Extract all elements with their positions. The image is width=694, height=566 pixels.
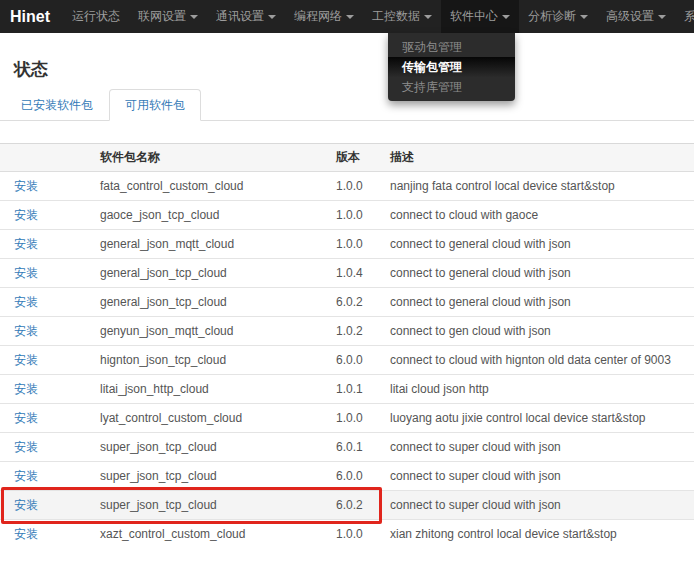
dropdown-item-driver-package-mgmt[interactable]: 驱动包管理 (388, 37, 515, 57)
package-version: 6.0.0 (322, 462, 376, 491)
column-header-name: 软件包名称 (86, 144, 322, 172)
table-row: 安装general_json_tcp_cloud6.0.2connect to … (0, 288, 694, 317)
nav-item-network-settings[interactable]: 联网设置 (129, 0, 207, 33)
package-description: connect to cloud with gaoce (376, 201, 694, 230)
nav-item-system-settings[interactable]: 系统设置 (675, 0, 694, 33)
package-version: 6.0.1 (322, 433, 376, 462)
caret-down-icon (346, 15, 354, 19)
install-link[interactable]: 安装 (14, 324, 38, 338)
nav-item-label: 系统设置 (684, 8, 694, 25)
install-cell: 安装 (0, 433, 86, 462)
package-version: 6.0.2 (322, 288, 376, 317)
nav-item-run-status[interactable]: 运行状态 (63, 0, 129, 33)
tab-bar: 已安装软件包 可用软件包 (0, 90, 694, 121)
package-version: 1.0.0 (322, 201, 376, 230)
package-name: litai_json_http_cloud (86, 375, 322, 404)
table-row: 安装litai_json_http_cloud1.0.1litai cloud … (0, 375, 694, 404)
tab-installed-packages[interactable]: 已安装软件包 (5, 89, 109, 121)
package-name: general_json_tcp_cloud (86, 288, 322, 317)
package-version: 1.0.0 (322, 230, 376, 259)
table-row: 安装gaoce_json_tcp_cloud1.0.0connect to cl… (0, 201, 694, 230)
table-row: 安装xazt_control_custom_cloud1.0.0xian zhi… (0, 520, 694, 549)
package-version: 6.0.0 (322, 346, 376, 375)
dropdown-item-support-library-mgmt[interactable]: 支持库管理 (388, 77, 515, 97)
package-name: lyat_control_custom_cloud (86, 404, 322, 433)
table-row: 安装fata_control_custom_cloud1.0.0nanjing … (0, 172, 694, 201)
install-cell: 安装 (0, 230, 86, 259)
nav-item-analysis-diagnosis[interactable]: 分析诊断 (519, 0, 597, 33)
install-link[interactable]: 安装 (14, 353, 38, 367)
navbar-menu: 运行状态联网设置通讯设置编程网络工控数据软件中心分析诊断高级设置系统设置退出 (63, 0, 694, 33)
table-row: 安装hignton_json_tcp_cloud6.0.0connect to … (0, 346, 694, 375)
install-cell: 安装 (0, 172, 86, 201)
install-cell: 安装 (0, 520, 86, 549)
package-name: genyun_json_mqtt_cloud (86, 317, 322, 346)
nav-item-industrial-data[interactable]: 工控数据 (363, 0, 441, 33)
table-row: 安装super_json_tcp_cloud6.0.2connect to su… (0, 491, 694, 520)
install-link[interactable]: 安装 (14, 266, 38, 280)
table-row: 安装lyat_control_custom_cloud1.0.0luoyang … (0, 404, 694, 433)
package-name: fata_control_custom_cloud (86, 172, 322, 201)
install-link[interactable]: 安装 (14, 179, 38, 193)
package-version: 1.0.4 (322, 259, 376, 288)
package-version: 1.0.0 (322, 520, 376, 549)
software-center-dropdown: 驱动包管理传输包管理支持库管理 (388, 33, 515, 101)
table-header-row: 软件包名称 版本 描述 (0, 144, 694, 172)
install-link[interactable]: 安装 (14, 382, 38, 396)
install-cell: 安装 (0, 259, 86, 288)
package-name: super_json_tcp_cloud (86, 433, 322, 462)
package-name: general_json_mqtt_cloud (86, 230, 322, 259)
nav-item-label: 高级设置 (606, 8, 654, 25)
package-description: connect to cloud with hignton old data c… (376, 346, 694, 375)
package-name: hignton_json_tcp_cloud (86, 346, 322, 375)
nav-item-programming-network[interactable]: 编程网络 (285, 0, 363, 33)
table-row: 安装general_json_mqtt_cloud1.0.0connect to… (0, 230, 694, 259)
nav-item-label: 分析诊断 (528, 8, 576, 25)
nav-item-label: 联网设置 (138, 8, 186, 25)
caret-down-icon (424, 15, 432, 19)
nav-item-advanced-settings[interactable]: 高级设置 (597, 0, 675, 33)
caret-down-icon (190, 15, 198, 19)
nav-item-label: 通讯设置 (216, 8, 264, 25)
package-name: super_json_tcp_cloud (86, 462, 322, 491)
table-row: 安装super_json_tcp_cloud6.0.0connect to su… (0, 462, 694, 491)
nav-item-software-center[interactable]: 软件中心 (441, 0, 519, 33)
package-name: gaoce_json_tcp_cloud (86, 201, 322, 230)
package-description: connect to general cloud with json (376, 259, 694, 288)
install-link[interactable]: 安装 (14, 237, 38, 251)
nav-item-comm-settings[interactable]: 通讯设置 (207, 0, 285, 33)
install-cell: 安装 (0, 201, 86, 230)
package-description: nanjing fata control local device start&… (376, 172, 694, 201)
dropdown-item-transfer-package-mgmt[interactable]: 传输包管理 (388, 57, 515, 77)
package-description: connect to general cloud with json (376, 288, 694, 317)
install-link[interactable]: 安装 (14, 295, 38, 309)
install-cell: 安装 (0, 346, 86, 375)
package-description: luoyang aotu jixie control local device … (376, 404, 694, 433)
install-link[interactable]: 安装 (14, 527, 38, 541)
install-link[interactable]: 安装 (14, 440, 38, 454)
app-brand[interactable]: Hinet (10, 0, 63, 33)
install-cell: 安装 (0, 317, 86, 346)
table-row: 安装super_json_tcp_cloud6.0.1connect to su… (0, 433, 694, 462)
nav-item-label: 软件中心 (450, 8, 498, 25)
install-link[interactable]: 安装 (14, 469, 38, 483)
install-link[interactable]: 安装 (14, 208, 38, 222)
package-version: 1.0.0 (322, 404, 376, 433)
install-cell: 安装 (0, 491, 86, 520)
nav-item-label: 工控数据 (372, 8, 420, 25)
page-title: 状态 (14, 58, 680, 81)
nav-item-label: 编程网络 (294, 8, 342, 25)
install-cell: 安装 (0, 288, 86, 317)
package-name: super_json_tcp_cloud (86, 491, 322, 520)
table-row: 安装general_json_tcp_cloud1.0.4connect to … (0, 259, 694, 288)
install-link[interactable]: 安装 (14, 411, 38, 425)
package-version: 1.0.0 (322, 172, 376, 201)
install-cell: 安装 (0, 404, 86, 433)
tab-available-packages[interactable]: 可用软件包 (109, 89, 201, 121)
install-link[interactable]: 安装 (14, 498, 38, 512)
column-header-install (0, 144, 86, 172)
package-description: xian zhitong control local device start&… (376, 520, 694, 549)
nav-item-label: 运行状态 (72, 8, 120, 25)
column-header-description: 描述 (376, 144, 694, 172)
main-content: 状态 已安装软件包 可用软件包 软件包名称 版本 描述 安装fata_contr… (0, 58, 694, 548)
